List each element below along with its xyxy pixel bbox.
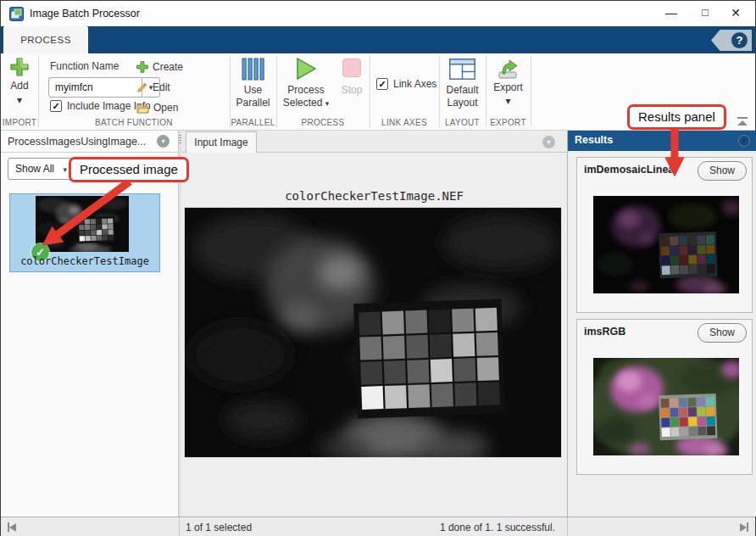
results-header: Results ▼ bbox=[568, 131, 756, 151]
section-label-batch-function: BATCH FUNCTION bbox=[38, 118, 230, 127]
stop-button: Stop bbox=[333, 84, 370, 96]
callout-results-panel: Results panel bbox=[627, 104, 726, 130]
create-button[interactable]: Create bbox=[136, 59, 183, 75]
input-image-display bbox=[184, 207, 562, 458]
edit-pencil-icon bbox=[136, 81, 148, 93]
result-thumbnail-imsrgb[interactable] bbox=[593, 358, 739, 455]
export-caret-icon[interactable]: ▾ bbox=[486, 95, 531, 107]
use-parallel-icon bbox=[242, 58, 264, 81]
add-button[interactable]: Add bbox=[1, 80, 38, 92]
collapse-left-panel-icon[interactable] bbox=[8, 522, 16, 532]
section-label-layout: LAYOUT bbox=[439, 118, 486, 127]
results-menu-icon[interactable]: ▼ bbox=[738, 135, 750, 147]
result-card-imdemosaiclinear: imDemosaicLinear Show bbox=[576, 157, 753, 313]
image-thumbnail-item[interactable]: ✓ colorCheckerTestImage bbox=[9, 193, 160, 272]
collapse-toolstrip-icon[interactable] bbox=[737, 117, 748, 127]
default-layout-button[interactable]: Default Layout bbox=[439, 84, 486, 109]
open-folder-icon bbox=[136, 103, 149, 114]
function-name-value[interactable]: myimfcn bbox=[55, 81, 93, 93]
title-bar: Image Batch Processor — □ ✕ bbox=[1, 1, 755, 26]
open-button[interactable]: Open bbox=[136, 100, 178, 115]
export-button[interactable]: Export bbox=[486, 81, 531, 93]
results-title: Results bbox=[575, 134, 613, 146]
selection-status: 1 of 1 selected bbox=[186, 522, 252, 533]
divider bbox=[276, 56, 277, 127]
help-icon[interactable]: ? bbox=[731, 32, 748, 48]
input-image-tabstrip: Input Image ▼ bbox=[181, 131, 567, 153]
section-label-link-axes: LINK AXES bbox=[370, 118, 439, 127]
image-browser-title: ProcessImagesUsingImage... bbox=[8, 136, 146, 148]
app-icon bbox=[9, 7, 24, 21]
section-label-process: PROCESS bbox=[276, 118, 370, 127]
process-selected-button[interactable]: Process Selected ▾ bbox=[279, 84, 333, 110]
show-button[interactable]: Show bbox=[698, 323, 747, 343]
process-selected-caret-icon: ▾ bbox=[325, 99, 330, 108]
function-name-label: Function Name bbox=[50, 60, 119, 72]
show-all-caret-icon: ▾ bbox=[63, 165, 67, 174]
show-button[interactable]: Show bbox=[698, 161, 747, 181]
process-selected-icon bbox=[295, 57, 317, 81]
edit-button[interactable]: Edit bbox=[136, 80, 170, 95]
add-caret-icon[interactable]: ▾ bbox=[1, 94, 38, 106]
divider bbox=[370, 56, 370, 127]
add-icon bbox=[10, 58, 29, 76]
link-axes-checkbox[interactable]: ✓ bbox=[376, 78, 388, 90]
divider bbox=[531, 56, 531, 127]
input-image-thumbnail bbox=[36, 196, 129, 252]
thumbnail-caption: colorCheckerTestImage bbox=[10, 255, 159, 267]
process-selected-label: Process Selected bbox=[283, 84, 325, 109]
image-title: colorCheckerTestImage.NEF bbox=[181, 189, 567, 203]
input-image-panel: Input Image ▼ colorCheckerTestImage.NEF bbox=[181, 131, 567, 516]
create-label: Create bbox=[153, 61, 183, 73]
use-parallel-button[interactable]: Use Parallel bbox=[230, 84, 276, 109]
show-all-label: Show All bbox=[15, 163, 54, 175]
panel-menu-icon[interactable]: ▼ bbox=[157, 135, 170, 148]
callout-processed-image: Processed image bbox=[69, 157, 189, 182]
image-batch-processor-window: Image Batch Processor — □ ✕ PROCESS ? Ad… bbox=[0, 0, 756, 536]
image-browser-header: ProcessImagesUsingImage... ▼ bbox=[1, 131, 178, 153]
link-axes-row[interactable]: ✓ Link Axes bbox=[376, 78, 436, 90]
image-browser-panel: ProcessImagesUsingImage... ▼ Show All ▾ … bbox=[1, 131, 179, 516]
tab-process[interactable]: PROCESS bbox=[3, 26, 88, 53]
close-button[interactable]: ✕ bbox=[721, 1, 750, 25]
stop-icon bbox=[342, 59, 361, 77]
show-all-dropdown[interactable]: Show All ▾ bbox=[8, 158, 72, 180]
collapse-right-panel-icon[interactable] bbox=[740, 522, 748, 532]
result-card-imsrgb: imsRGB Show bbox=[576, 319, 753, 475]
tab-input-image[interactable]: Input Image bbox=[186, 131, 257, 153]
result-thumbnail-imdemosaiclinear[interactable] bbox=[593, 196, 739, 293]
window-title: Image Batch Processor bbox=[30, 8, 140, 20]
panel-menu-icon[interactable]: ▼ bbox=[542, 136, 555, 148]
link-axes-label: Link Axes bbox=[393, 78, 436, 90]
maximize-button[interactable]: □ bbox=[691, 1, 720, 25]
section-label-parallel: PARALLEL bbox=[230, 118, 276, 127]
include-image-info-checkbox[interactable]: ✓ bbox=[50, 100, 62, 112]
section-label-import: IMPORT bbox=[1, 118, 38, 127]
results-panel: Results ▼ imDemosaicLinear Show imsRGB S… bbox=[567, 131, 756, 516]
progress-status: 1 done of 1. 1 successful. bbox=[440, 522, 555, 533]
status-bar: 1 of 1 selected 1 done of 1. 1 successfu… bbox=[1, 516, 755, 536]
result-name: imDemosaicLinear bbox=[584, 164, 678, 176]
create-plus-icon bbox=[136, 61, 148, 73]
default-layout-icon bbox=[449, 59, 475, 80]
ribbon-tab-band: PROCESS ? bbox=[1, 26, 755, 53]
include-image-info-row[interactable]: ✓ Include Image Info bbox=[50, 100, 151, 112]
open-label: Open bbox=[153, 102, 178, 114]
minimize-button[interactable]: — bbox=[657, 1, 686, 25]
export-icon bbox=[497, 58, 520, 80]
result-name: imsRGB bbox=[584, 326, 625, 338]
divider bbox=[38, 56, 39, 127]
section-label-export: EXPORT bbox=[486, 118, 531, 127]
edit-label: Edit bbox=[153, 81, 170, 93]
